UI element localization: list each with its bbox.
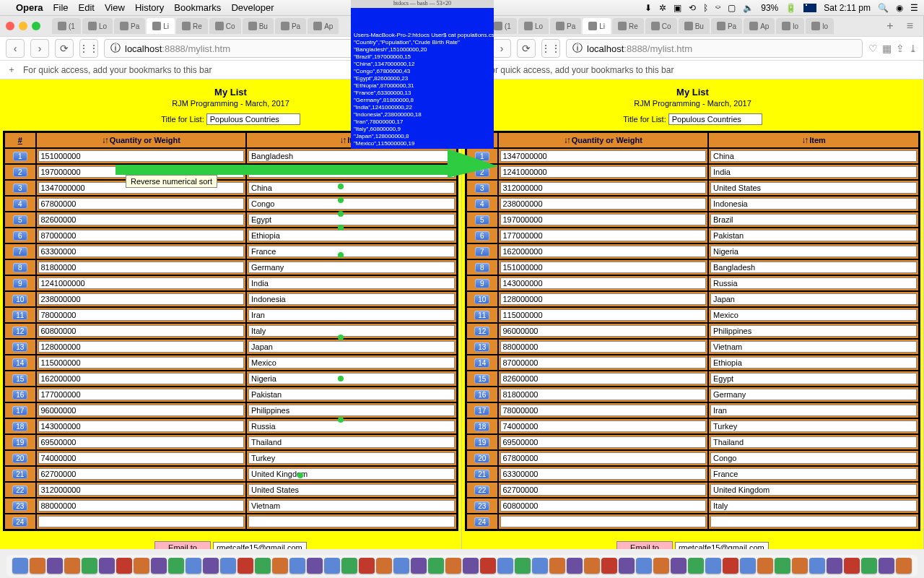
browser-tab[interactable]: Li [147,18,175,34]
dock-app-icon[interactable] [324,558,340,574]
zoom-window-icon[interactable] [32,22,40,30]
terminal-window[interactable]: htdocs — bash — 53×20 Users-MacBook-Pro-… [351,0,494,149]
browser-tab[interactable]: Pa [550,18,581,34]
quantity-input[interactable] [38,420,245,432]
dock-app-icon[interactable] [168,558,184,574]
dock-app-icon[interactable] [480,558,496,574]
item-input[interactable] [710,214,917,225]
bluetooth-icon[interactable]: ᛒ [703,3,708,13]
item-input[interactable] [710,325,917,337]
dock-app-icon[interactable] [376,558,392,574]
item-input[interactable] [248,373,455,384]
item-input[interactable] [248,341,455,353]
dock-app-icon[interactable] [82,558,97,574]
quantity-input[interactable] [38,484,245,496]
item-input[interactable] [710,357,917,368]
dock-app-icon[interactable] [515,558,531,574]
dock-app-icon[interactable] [723,558,738,574]
quantity-input[interactable] [500,484,707,496]
quantity-input[interactable] [500,198,707,210]
dock-app-icon[interactable] [289,558,305,574]
list-title-input[interactable] [206,113,300,125]
reload-button[interactable]: ⟳ [55,39,74,58]
item-input[interactable] [248,182,455,194]
item-input[interactable] [248,293,455,305]
dock-app-icon[interactable] [792,558,808,574]
col-header-item[interactable]: ↓↑ Item [708,132,919,149]
email-input[interactable] [213,542,307,549]
item-input[interactable] [710,166,917,178]
quantity-input[interactable] [500,452,707,464]
dock-app-icon[interactable] [341,558,357,574]
dock-app-icon[interactable] [809,558,825,574]
dock-app-icon[interactable] [12,558,28,574]
menu-history[interactable]: History [135,2,164,13]
dock-app-icon[interactable] [428,558,444,574]
browser-tab[interactable]: (1 [52,18,81,34]
email-button[interactable]: Email to [616,541,673,549]
item-input[interactable] [710,150,917,162]
tabs-menu-button[interactable]: ≡ [902,20,918,33]
item-input[interactable] [248,309,455,321]
macos-dock[interactable] [6,555,918,577]
quantity-input[interactable] [500,325,707,337]
item-input[interactable] [248,420,455,432]
item-input[interactable] [710,341,917,353]
blocker-icon[interactable]: ▦ [882,43,892,54]
quantity-input[interactable] [500,150,707,162]
dock-app-icon[interactable] [653,558,669,574]
list-title-input[interactable] [668,113,762,125]
quantity-input[interactable] [500,516,707,527]
siri-icon[interactable]: ◉ [896,3,903,13]
item-input[interactable] [710,516,917,527]
item-input[interactable] [710,373,917,384]
dock-app-icon[interactable] [584,558,600,574]
clock[interactable]: Sat 2:11 pm [824,3,871,13]
quantity-input[interactable] [38,325,245,337]
quantity-input[interactable] [38,468,245,480]
browser-tab[interactable]: Ap [744,18,775,34]
quantity-input[interactable] [500,277,707,289]
item-input[interactable] [710,293,917,305]
quantity-input[interactable] [38,357,245,368]
quantity-input[interactable] [500,293,707,305]
quantity-input[interactable] [500,500,707,512]
item-input[interactable] [710,436,917,448]
quantity-input[interactable] [500,436,707,448]
dock-app-icon[interactable] [445,558,461,574]
menu-bookmarks[interactable]: Bookmarks [174,2,221,13]
dock-app-icon[interactable] [220,558,236,574]
dock-app-icon[interactable] [64,558,80,574]
browser-tab[interactable]: Pa [114,18,145,34]
quantity-input[interactable] [500,341,707,353]
dock-app-icon[interactable] [775,558,790,574]
quantity-input[interactable] [38,262,245,273]
sort-arrows-icon[interactable]: ↓↑ [339,135,345,145]
dock-app-icon[interactable] [393,558,409,574]
browser-tab[interactable]: Bu [679,18,710,34]
quantity-input[interactable] [38,309,245,321]
quantity-input[interactable] [38,500,245,512]
browser-tab[interactable]: Re [176,18,208,34]
dock-app-icon[interactable] [255,558,271,574]
item-input[interactable] [248,357,455,368]
email-button[interactable]: Email to [154,541,211,549]
dock-app-icon[interactable] [359,558,375,574]
quantity-input[interactable] [500,230,707,241]
quantity-input[interactable] [500,182,707,194]
item-input[interactable] [710,484,917,496]
site-info-icon[interactable]: ⓘ [572,42,583,55]
reload-button[interactable]: ⟳ [517,39,536,58]
dock-app-icon[interactable] [411,558,427,574]
airplay-icon[interactable]: ▢ [728,3,736,13]
item-input[interactable] [710,500,917,512]
share-icon[interactable]: ⇪ [896,43,905,54]
menu-file[interactable]: File [53,2,69,13]
quantity-input[interactable] [500,309,707,321]
dock-app-icon[interactable] [636,558,652,574]
quantity-input[interactable] [500,246,707,257]
email-input[interactable] [675,542,769,549]
browser-tab[interactable]: Ap [308,18,339,34]
dock-app-icon[interactable] [549,558,565,574]
volume-icon[interactable]: 🔈 [743,3,754,13]
